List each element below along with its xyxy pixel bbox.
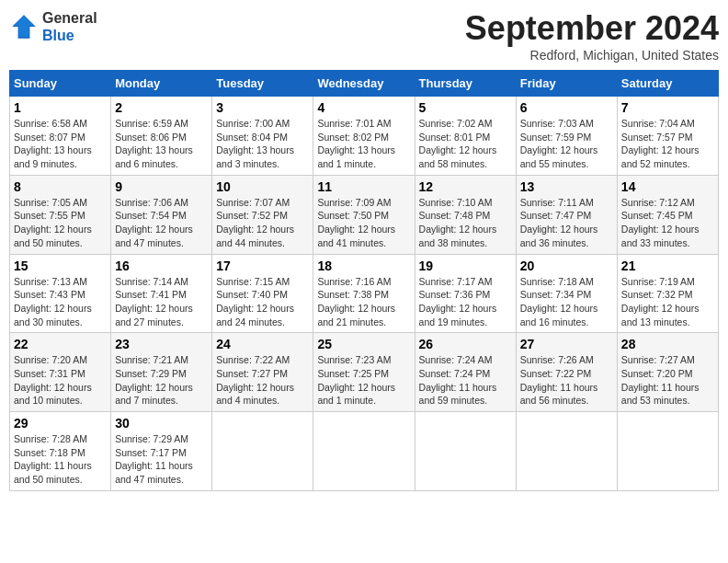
day-number: 19 — [419, 259, 512, 273]
calendar-cell — [617, 412, 718, 491]
title-area: September 2024 Redford, Michigan, United… — [465, 9, 719, 63]
day-number: 13 — [520, 179, 613, 194]
day-number: 4 — [317, 100, 410, 115]
day-detail: Sunrise: 7:29 AMSunset: 7:17 PMDaylight:… — [115, 433, 193, 485]
calendar-cell: 7 Sunrise: 7:04 AMSunset: 7:57 PMDayligh… — [617, 97, 718, 176]
week-row-4: 22 Sunrise: 7:20 AMSunset: 7:31 PMDaylig… — [10, 333, 719, 412]
calendar-cell: 25 Sunrise: 7:23 AMSunset: 7:25 PMDaylig… — [313, 333, 415, 412]
calendar-cell: 20 Sunrise: 7:18 AMSunset: 7:34 PMDaylig… — [516, 254, 617, 333]
day-detail: Sunrise: 7:22 AMSunset: 7:27 PMDaylight:… — [216, 354, 294, 406]
location: Redford, Michigan, United States — [465, 48, 719, 63]
day-number: 21 — [621, 259, 714, 273]
calendar-cell: 3 Sunrise: 7:00 AMSunset: 8:04 PMDayligh… — [212, 97, 313, 176]
calendar-cell: 8 Sunrise: 7:05 AMSunset: 7:55 PMDayligh… — [10, 175, 111, 254]
calendar-cell: 14 Sunrise: 7:12 AMSunset: 7:45 PMDaylig… — [617, 175, 718, 254]
day-number: 22 — [14, 337, 107, 351]
day-detail: Sunrise: 7:09 AMSunset: 7:50 PMDaylight:… — [317, 197, 395, 248]
logo-line1: General — [42, 9, 97, 27]
day-detail: Sunrise: 7:14 AMSunset: 7:41 PMDaylight:… — [115, 276, 193, 327]
day-detail: Sunrise: 7:12 AMSunset: 7:45 PMDaylight:… — [621, 197, 700, 248]
month-title: September 2024 — [465, 9, 719, 48]
day-detail: Sunrise: 7:13 AMSunset: 7:43 PMDaylight:… — [14, 276, 92, 327]
day-detail: Sunrise: 7:06 AMSunset: 7:54 PMDaylight:… — [115, 197, 193, 248]
day-detail: Sunrise: 7:21 AMSunset: 7:29 PMDaylight:… — [115, 354, 193, 406]
calendar-cell: 15 Sunrise: 7:13 AMSunset: 7:43 PMDaylig… — [10, 254, 111, 333]
calendar-cell: 24 Sunrise: 7:22 AMSunset: 7:27 PMDaylig… — [212, 333, 313, 412]
calendar-cell: 1 Sunrise: 6:58 AMSunset: 8:07 PMDayligh… — [10, 97, 111, 176]
day-detail: Sunrise: 7:19 AMSunset: 7:32 PMDaylight:… — [621, 276, 700, 327]
weekday-header-thursday: Thursday — [415, 71, 516, 97]
calendar-cell — [415, 412, 516, 491]
day-number: 20 — [520, 259, 613, 273]
day-detail: Sunrise: 7:03 AMSunset: 7:59 PMDaylight:… — [520, 118, 598, 169]
day-detail: Sunrise: 7:23 AMSunset: 7:25 PMDaylight:… — [317, 354, 395, 406]
day-number: 18 — [317, 259, 410, 273]
day-number: 11 — [317, 179, 410, 194]
day-number: 3 — [216, 100, 309, 115]
calendar-cell: 26 Sunrise: 7:24 AMSunset: 7:24 PMDaylig… — [415, 333, 516, 412]
calendar-cell — [212, 412, 313, 491]
day-number: 26 — [419, 337, 512, 351]
day-number: 29 — [14, 416, 107, 431]
calendar-cell: 12 Sunrise: 7:10 AMSunset: 7:48 PMDaylig… — [415, 175, 516, 254]
week-row-3: 15 Sunrise: 7:13 AMSunset: 7:43 PMDaylig… — [10, 254, 719, 333]
calendar-cell: 11 Sunrise: 7:09 AMSunset: 7:50 PMDaylig… — [313, 175, 415, 254]
day-number: 10 — [216, 179, 309, 194]
day-number: 8 — [14, 179, 107, 194]
day-detail: Sunrise: 7:18 AMSunset: 7:34 PMDaylight:… — [520, 276, 598, 327]
day-number: 7 — [621, 100, 714, 115]
day-detail: Sunrise: 6:58 AMSunset: 8:07 PMDaylight:… — [14, 118, 92, 169]
day-number: 6 — [520, 100, 613, 115]
week-row-2: 8 Sunrise: 7:05 AMSunset: 7:55 PMDayligh… — [10, 175, 719, 254]
calendar-cell: 5 Sunrise: 7:02 AMSunset: 8:01 PMDayligh… — [415, 97, 516, 176]
day-detail: Sunrise: 7:27 AMSunset: 7:20 PMDaylight:… — [621, 354, 700, 406]
calendar-cell: 2 Sunrise: 6:59 AMSunset: 8:06 PMDayligh… — [111, 97, 212, 176]
page-header: General Blue September 2024 Redford, Mic… — [9, 9, 719, 63]
calendar-cell: 4 Sunrise: 7:01 AMSunset: 8:02 PMDayligh… — [313, 97, 415, 176]
weekday-header-monday: Monday — [111, 71, 212, 97]
day-detail: Sunrise: 7:02 AMSunset: 8:01 PMDaylight:… — [419, 118, 497, 169]
day-detail: Sunrise: 6:59 AMSunset: 8:06 PMDaylight:… — [115, 118, 193, 169]
calendar-cell: 16 Sunrise: 7:14 AMSunset: 7:41 PMDaylig… — [111, 254, 212, 333]
day-number: 14 — [621, 179, 714, 194]
day-detail: Sunrise: 7:24 AMSunset: 7:24 PMDaylight:… — [419, 354, 497, 406]
calendar-cell: 13 Sunrise: 7:11 AMSunset: 7:47 PMDaylig… — [516, 175, 617, 254]
weekday-header-friday: Friday — [516, 71, 617, 97]
calendar-cell: 30 Sunrise: 7:29 AMSunset: 7:17 PMDaylig… — [111, 412, 212, 491]
day-number: 23 — [115, 337, 208, 351]
logo-text: General Blue — [42, 9, 97, 44]
calendar-cell: 21 Sunrise: 7:19 AMSunset: 7:32 PMDaylig… — [617, 254, 718, 333]
logo-icon — [9, 12, 39, 41]
weekday-header-sunday: Sunday — [10, 71, 111, 97]
calendar-cell: 29 Sunrise: 7:28 AMSunset: 7:18 PMDaylig… — [10, 412, 111, 491]
day-detail: Sunrise: 7:26 AMSunset: 7:22 PMDaylight:… — [520, 354, 598, 406]
calendar-cell: 27 Sunrise: 7:26 AMSunset: 7:22 PMDaylig… — [516, 333, 617, 412]
day-number: 1 — [14, 100, 107, 115]
day-detail: Sunrise: 7:04 AMSunset: 7:57 PMDaylight:… — [621, 118, 700, 169]
day-number: 9 — [115, 179, 208, 194]
day-detail: Sunrise: 7:01 AMSunset: 8:02 PMDaylight:… — [317, 118, 395, 169]
calendar-cell — [313, 412, 415, 491]
day-number: 28 — [621, 337, 714, 351]
week-row-5: 29 Sunrise: 7:28 AMSunset: 7:18 PMDaylig… — [10, 412, 719, 491]
day-number: 25 — [317, 337, 410, 351]
calendar-cell: 17 Sunrise: 7:15 AMSunset: 7:40 PMDaylig… — [212, 254, 313, 333]
calendar-cell: 10 Sunrise: 7:07 AMSunset: 7:52 PMDaylig… — [212, 175, 313, 254]
day-number: 17 — [216, 259, 309, 273]
calendar-cell: 9 Sunrise: 7:06 AMSunset: 7:54 PMDayligh… — [111, 175, 212, 254]
day-detail: Sunrise: 7:20 AMSunset: 7:31 PMDaylight:… — [14, 354, 92, 406]
weekday-header-row: SundayMondayTuesdayWednesdayThursdayFrid… — [10, 71, 719, 97]
day-detail: Sunrise: 7:15 AMSunset: 7:40 PMDaylight:… — [216, 276, 294, 327]
calendar-cell: 28 Sunrise: 7:27 AMSunset: 7:20 PMDaylig… — [617, 333, 718, 412]
day-detail: Sunrise: 7:00 AMSunset: 8:04 PMDaylight:… — [216, 118, 294, 169]
logo-line2: Blue — [42, 27, 97, 44]
day-detail: Sunrise: 7:16 AMSunset: 7:38 PMDaylight:… — [317, 276, 395, 327]
day-detail: Sunrise: 7:11 AMSunset: 7:47 PMDaylight:… — [520, 197, 598, 248]
weekday-header-saturday: Saturday — [617, 71, 718, 97]
calendar-cell: 19 Sunrise: 7:17 AMSunset: 7:36 PMDaylig… — [415, 254, 516, 333]
weekday-header-tuesday: Tuesday — [212, 71, 313, 97]
day-detail: Sunrise: 7:17 AMSunset: 7:36 PMDaylight:… — [419, 276, 497, 327]
logo: General Blue — [9, 9, 97, 44]
day-detail: Sunrise: 7:05 AMSunset: 7:55 PMDaylight:… — [14, 197, 92, 248]
day-number: 27 — [520, 337, 613, 351]
